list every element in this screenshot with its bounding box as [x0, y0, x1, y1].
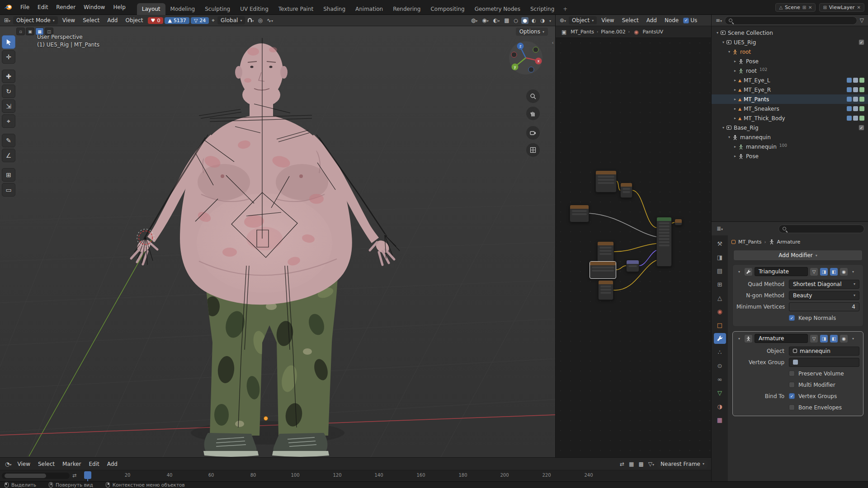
menu-view[interactable]: View — [598, 16, 617, 24]
breadcrumb-object[interactable]: MT_Pants — [738, 239, 762, 245]
shader-node-output[interactable] — [656, 217, 672, 267]
breadcrumb-mesh[interactable]: Plane.002 — [601, 29, 626, 35]
breadcrumb-modifier[interactable]: Armature — [777, 239, 801, 245]
outliner-row-mannequin[interactable]: ▾ mannequin — [712, 132, 868, 142]
mesh-data-icon[interactable] — [853, 116, 858, 121]
axis-y-neg-ball[interactable] — [533, 47, 538, 52]
editor-type-icon[interactable]: ⊞▾ — [3, 17, 12, 24]
move-tool[interactable]: ✚ — [2, 70, 15, 83]
preserve-volume-checkbox[interactable] — [789, 371, 795, 376]
new-scene-icon[interactable]: ⊞ — [802, 5, 806, 10]
modifier-realtime-toggle[interactable]: ◨ — [820, 335, 828, 343]
remove-viewlayer-icon[interactable]: ✕ — [857, 5, 861, 10]
collapse-icon[interactable]: ▾ — [736, 337, 742, 341]
min-vertices-input[interactable]: 4 — [789, 302, 859, 311]
modifier-icon[interactable] — [847, 87, 852, 92]
visibility-dropdown[interactable]: ◍▾ — [470, 17, 479, 24]
editor-type-icon[interactable]: ⊚▾ — [558, 17, 567, 24]
modifier-header[interactable]: ▾ Triangulate ▽ ◨ ◧ ◉ ▾ — [733, 265, 863, 278]
tab-scripting[interactable]: Scripting — [525, 3, 559, 15]
tab-sculpting[interactable]: Sculpting — [200, 3, 235, 15]
expand-icon[interactable]: ▾ — [720, 40, 726, 44]
filter-icon[interactable]: ▽ — [859, 17, 865, 24]
stat-chip-filter[interactable]: ▽ 24 — [191, 17, 209, 24]
modifier-viewport-toggle[interactable]: ◧ — [830, 268, 838, 276]
shading-dropdown[interactable]: ▾ — [548, 17, 552, 24]
transform-pivot-icon[interactable]: ⌖ — [210, 17, 216, 24]
camera-view-button[interactable] — [526, 126, 540, 140]
filter-icon[interactable]: ▽▾ — [647, 460, 656, 468]
modifier-editmode-toggle[interactable]: ▽ — [810, 268, 818, 276]
modifier-header[interactable]: ▾ Armature ▽ ◨ ◧ ◉ ▾ — [733, 332, 863, 345]
cursor-tool[interactable]: ✛ — [2, 50, 15, 64]
quick-toggle-2[interactable]: ▣ — [26, 28, 34, 35]
blender-logo-icon[interactable] — [4, 4, 13, 10]
outliner-search-field[interactable] — [725, 16, 857, 25]
tab-compositing[interactable]: Compositing — [425, 3, 469, 15]
use-nodes-checkbox[interactable]: ✓ — [683, 18, 689, 23]
tab-geometry-nodes[interactable]: Geometry Nodes — [470, 3, 525, 15]
menu-view[interactable]: View — [59, 16, 78, 24]
shader-node[interactable] — [597, 241, 614, 263]
menu-window[interactable]: Window — [80, 3, 109, 12]
expand-icon[interactable]: ▸ — [732, 116, 738, 120]
viewport-3d[interactable]: ▫ ▣ ▦ ◫ ✛ ✚ ↻ ⇲ ⌖ ✎ ∠ ⊞ ▭ User Perspecti… — [0, 26, 555, 457]
object-select[interactable]: mannequin — [789, 347, 859, 356]
tab-physics[interactable]: ⊙ — [714, 360, 726, 371]
modifier-extras-menu[interactable]: ▾ — [850, 270, 856, 274]
add-modifier-button[interactable]: Add Modifier▾ — [733, 250, 863, 261]
falloff-select[interactable]: ∿▾ — [265, 17, 274, 24]
tab-object-data[interactable]: ▽ — [714, 387, 726, 398]
keep-normals-checkbox[interactable]: ✓ — [789, 315, 795, 321]
shading-solid-button[interactable]: ● — [521, 17, 528, 24]
modifier-extras-menu[interactable]: ▾ — [850, 337, 856, 341]
rotate-tool[interactable]: ↻ — [2, 84, 15, 98]
tab-scene[interactable]: △ — [714, 292, 726, 303]
menu-select[interactable]: Select — [619, 16, 642, 24]
tab-view-layer[interactable]: ⊞ — [714, 279, 726, 290]
sidebar-toggle-icon[interactable]: ‹ — [552, 40, 554, 46]
modifier-render-toggle[interactable]: ◉ — [840, 268, 848, 276]
expand-icon[interactable]: ▸ — [732, 59, 738, 63]
shader-node[interactable] — [598, 280, 613, 300]
shader-node-selected[interactable] — [590, 261, 616, 279]
outliner-row-mt-eye-l[interactable]: ▸ ▲ MT_Eye_L — [712, 75, 868, 85]
modifier-icon[interactable] — [847, 97, 852, 102]
outliner-row-mt-eye-r[interactable]: ▸ ▲ MT_Eye_R — [712, 85, 868, 94]
shader-node[interactable] — [570, 205, 589, 222]
properties-editor[interactable]: ≣▾ ⚒ ◨ ▤ ⊞ △ ◉ □ ∴ ⊙ ∞ ▽ ◑ ▦ MT_ — [711, 221, 868, 481]
playback-sync-icon[interactable]: ⇄ — [618, 460, 626, 468]
tab-world[interactable]: ◉ — [714, 306, 726, 317]
mode-select[interactable]: Object Mode▾ — [13, 16, 58, 24]
annotate-tool[interactable]: ✎ — [2, 134, 15, 147]
axis-x-neg-ball[interactable] — [511, 52, 517, 57]
expand-icon[interactable]: ▸ — [732, 97, 738, 101]
tab-texture-paint[interactable]: Texture Paint — [274, 3, 318, 15]
shading-material-button[interactable]: ◐ — [530, 17, 538, 24]
tab-particles[interactable]: ∴ — [714, 347, 726, 357]
collection-checkbox[interactable]: ✓ — [859, 125, 864, 131]
modifier-name-field[interactable]: Armature — [755, 334, 808, 343]
playhead[interactable] — [84, 471, 91, 479]
tab-material[interactable]: ◑ — [714, 401, 726, 412]
modifier-render-toggle[interactable]: ◉ — [840, 335, 848, 343]
tab-render[interactable]: ◨ — [714, 252, 726, 263]
tab-shading[interactable]: Shading — [318, 3, 350, 15]
outliner-row-root-armature[interactable]: ▾ root — [712, 47, 868, 56]
menu-help[interactable]: Help — [109, 3, 129, 12]
shading-wireframe-button[interactable]: ○ — [513, 17, 520, 24]
modifier-viewport-toggle[interactable]: ◧ — [830, 335, 838, 343]
keying-set-icon[interactable]: ▦ — [627, 460, 635, 468]
shader-node-editor[interactable]: ▣ MT_Pants › Plane.002 › ◉ PantsUV — [555, 26, 711, 457]
tab-output[interactable]: ▤ — [714, 265, 726, 276]
outliner-row-mt-pants[interactable]: ▸ ▲ MT_Pants — [712, 94, 868, 104]
breadcrumb-object[interactable]: MT_Pants — [571, 29, 594, 35]
timeline[interactable]: ◔▾ View Select Marker Edit Add ⇄ ▦ ▩ ▽▾ … — [0, 457, 711, 481]
proportional-edit-toggle[interactable]: ◎ — [256, 17, 264, 24]
quick-toggle-1[interactable]: ▫ — [16, 28, 25, 35]
snap-markers-icon[interactable]: ▩ — [637, 460, 645, 468]
orientation-select[interactable]: Global▾ — [217, 16, 245, 24]
breadcrumb-material[interactable]: PantsUV — [643, 29, 663, 35]
outliner[interactable]: ▾ Scene Collection ▾ UE5_Rig ✓ ▾ root ▸ … — [711, 26, 868, 221]
editor-type-icon[interactable]: ≣▾ — [715, 225, 724, 232]
